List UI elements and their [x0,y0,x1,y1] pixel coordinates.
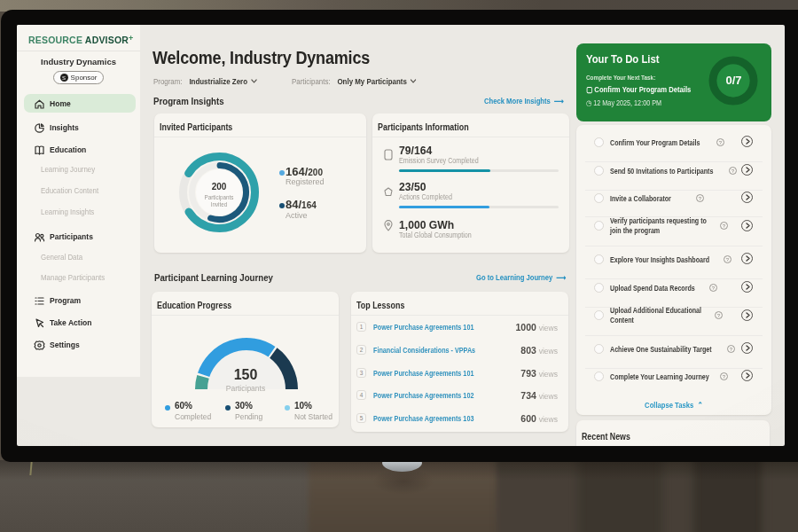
svg-text:Invited: Invited [211,201,228,207]
svg-text:200: 200 [212,182,227,192]
